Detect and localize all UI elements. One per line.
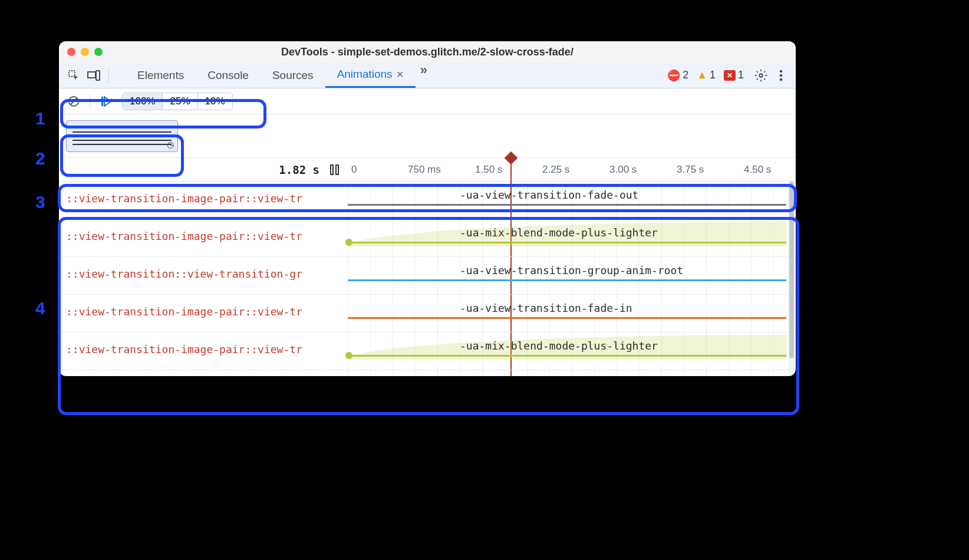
svg-marker-10 [104,97,111,106]
animation-name-label: -ua-view-transition-fade-in [460,302,632,314]
divider [90,95,90,108]
inspect-icon[interactable] [65,67,83,84]
tabs-overflow-icon[interactable]: » [416,62,432,88]
clock-icon: ◷ [167,140,174,149]
row-selector-label: ::view-transition::view-transition-gr [66,268,343,280]
severe-icon: ✕ [724,70,736,81]
errors-number: 2 [683,69,688,81]
animation-controls: 100% 25% 10% [59,88,796,114]
vertical-scrollbar[interactable] [789,182,795,376]
tab-sources[interactable]: Sources [261,62,325,88]
row-selector-label: ::view-transition-image-pair::view-tr [66,305,343,318]
animation-track-line[interactable] [348,279,786,281]
speed-25-button[interactable]: 25% [163,93,197,110]
traffic-lights [59,48,103,56]
tick-0: 0 [351,164,357,176]
animation-track-line[interactable] [348,204,786,206]
svg-point-3 [759,74,763,77]
zoom-window-button[interactable] [94,48,103,56]
warnings-number: 1 [710,69,716,81]
animation-track-line[interactable] [348,317,786,319]
tick-4500: 4.50 s [744,164,771,176]
play-icon[interactable] [97,93,115,110]
animation-track-line[interactable] [348,242,786,243]
animation-timeline-area: ::view-transition-image-pair::view-tr-ua… [59,182,796,376]
row-selector-label: ::view-transition-image-pair::view-tr [66,343,343,355]
animation-row[interactable]: ::view-transition-image-pair::view-tr-ua… [59,332,796,370]
tick-1500: 1.50 s [475,164,502,176]
animation-track-line[interactable] [348,355,786,357]
tabstrip: Elements Console Sources Animations ✕ » … [59,62,796,88]
svg-rect-9 [101,97,103,106]
animation-group-thumb[interactable]: ◷ [66,120,178,152]
close-icon[interactable]: ✕ [396,69,404,80]
tab-elements[interactable]: Elements [126,62,196,88]
animation-buffer: ◷ [59,114,796,158]
animation-row[interactable]: ::view-transition-image-pair::view-tr-ua… [59,219,796,257]
speed-10-button[interactable]: 10% [198,93,232,110]
divider [108,68,109,83]
callout-2: 2 [35,149,45,169]
pause-icon[interactable] [330,164,343,175]
time-ruler[interactable]: 0 750 ms 1.50 s 2.25 s 3.00 s 3.75 s 4.5… [351,158,796,181]
callout-1: 1 [35,108,45,129]
tab-console[interactable]: Console [196,62,261,88]
clear-icon[interactable] [65,93,83,110]
svg-line-8 [70,98,77,105]
animation-row[interactable]: ::view-transition-image-pair::view-tr-ua… [59,295,796,332]
tick-3000: 3.00 s [609,164,637,176]
tab-animations-label: Animations [337,68,393,81]
svg-rect-2 [96,71,100,80]
warnings-count[interactable]: ▲ 1 [697,69,716,81]
more-icon[interactable] [772,67,790,84]
speed-100-button[interactable]: 100% [123,93,163,110]
severe-count[interactable]: ✕ 1 [724,69,744,81]
svg-point-5 [780,74,782,76]
window-title: DevTools - simple-set-demos.glitch.me/2-… [59,46,796,58]
devtools-window: DevTools - simple-set-demos.glitch.me/2-… [59,41,796,376]
tick-2250: 2.25 s [542,164,569,176]
error-icon: ⛔ [667,69,680,82]
callout-3: 3 [35,192,45,212]
titlebar: DevTools - simple-set-demos.glitch.me/2-… [59,41,796,62]
animation-row[interactable]: ::view-transition::view-transition-gr-ua… [59,257,796,295]
row-selector-label: ::view-transition-image-pair::view-tr [66,192,343,205]
scrollbar-thumb[interactable] [789,182,794,358]
device-toggle-icon[interactable] [85,67,103,84]
svg-point-6 [780,78,782,80]
tick-3750: 3.75 s [677,164,704,176]
errors-count[interactable]: ⛔ 2 [667,69,688,82]
callout-4: 4 [35,298,45,318]
settings-icon[interactable] [752,67,770,84]
severe-number: 1 [738,69,744,81]
keyframe-dot[interactable] [345,352,352,359]
animation-row[interactable]: ::view-transition-image-pair::view-tr-ua… [59,182,796,219]
animation-name-label: -ua-mix-blend-mode-plus-lighter [460,340,658,352]
keyframe-dot[interactable] [345,239,352,246]
svg-rect-1 [88,72,95,78]
animation-name-label: -ua-mix-blend-mode-plus-lighter [460,226,658,239]
tab-animations[interactable]: Animations ✕ [325,62,416,88]
animation-name-label: -ua-view-transition-fade-out [460,189,638,201]
tick-750: 750 ms [408,164,441,176]
speed-selector: 100% 25% 10% [122,93,233,110]
warning-icon: ▲ [697,69,707,81]
animation-name-label: -ua-view-transition-group-anim-root [460,264,683,276]
close-window-button[interactable] [67,48,75,56]
minimize-window-button[interactable] [81,48,89,56]
status-area: ⛔ 2 ▲ 1 ✕ 1 [667,69,744,82]
svg-point-4 [780,70,782,72]
current-time-label: 1.82 s [59,163,330,176]
row-selector-label: ::view-transition-image-pair::view-tr [66,230,343,242]
timeline-header[interactable]: 1.82 s 0 750 ms 1.50 s 2.25 s 3.00 s 3.7… [59,158,796,182]
